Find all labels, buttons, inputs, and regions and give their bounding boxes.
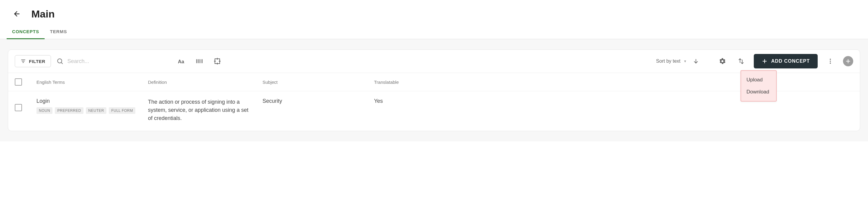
svg-point-25 bbox=[830, 63, 831, 64]
view-tools: Aa bbox=[175, 55, 223, 67]
import-export-menu: Upload Download bbox=[741, 70, 777, 101]
subject-text: Security bbox=[262, 98, 374, 104]
tag: NOUN bbox=[36, 107, 53, 114]
sort-label: Sort by text bbox=[656, 58, 681, 64]
tab-terms[interactable]: TERMS bbox=[50, 25, 67, 39]
select-all-checkbox[interactable] bbox=[15, 79, 22, 86]
search-input[interactable] bbox=[67, 58, 158, 64]
sort-direction-button[interactable] bbox=[690, 55, 702, 67]
barcode-icon bbox=[195, 57, 203, 65]
svg-rect-1 bbox=[21, 60, 25, 60]
svg-rect-10 bbox=[200, 59, 200, 63]
svg-rect-7 bbox=[196, 59, 197, 63]
more-button[interactable] bbox=[824, 55, 836, 67]
plus-icon bbox=[845, 58, 851, 64]
svg-rect-3 bbox=[23, 62, 24, 63]
svg-point-23 bbox=[830, 59, 831, 60]
row-checkbox[interactable] bbox=[15, 104, 22, 111]
text-case-icon: Aa bbox=[177, 57, 185, 65]
svg-text:Aa: Aa bbox=[178, 59, 185, 64]
tag: FULL FORM bbox=[109, 107, 135, 114]
sort-dropdown[interactable]: Sort by text ▼ bbox=[656, 55, 702, 67]
add-concept-button[interactable]: ADD CONCEPT bbox=[754, 54, 818, 68]
filter-icon bbox=[21, 58, 26, 64]
barcode-button[interactable] bbox=[193, 55, 205, 67]
filter-label: FILTER bbox=[29, 59, 45, 64]
translatable-text: Yes bbox=[374, 98, 853, 104]
arrow-down-icon bbox=[692, 58, 699, 64]
search-icon bbox=[56, 58, 64, 65]
tag: PREFERRED bbox=[55, 107, 84, 114]
search-field[interactable] bbox=[56, 58, 158, 65]
tag: NEUTER bbox=[86, 107, 106, 114]
text-case-button[interactable]: Aa bbox=[175, 55, 187, 67]
content-area: FILTER Aa Sort by text ▼ bbox=[0, 39, 868, 141]
header: Main bbox=[0, 0, 868, 25]
svg-rect-2 bbox=[22, 61, 25, 61]
menu-item-download[interactable]: Download bbox=[741, 86, 776, 98]
settings-button[interactable] bbox=[716, 55, 728, 67]
gear-icon bbox=[719, 58, 726, 65]
definition-text: The action or process of signing into a … bbox=[148, 98, 250, 122]
plus-icon bbox=[762, 58, 768, 64]
column-header-terms[interactable]: English Terms bbox=[36, 80, 148, 85]
chevron-down-icon: ▼ bbox=[684, 59, 687, 63]
menu-item-upload[interactable]: Upload bbox=[741, 74, 776, 86]
svg-rect-9 bbox=[198, 59, 199, 63]
svg-line-5 bbox=[61, 63, 63, 64]
right-tools: Upload Download ADD CONCEPT bbox=[716, 54, 853, 68]
svg-point-4 bbox=[58, 59, 62, 63]
term-tags: NOUN PREFERRED NEUTER FULL FORM bbox=[36, 107, 148, 114]
tab-concepts[interactable]: CONCEPTS bbox=[12, 25, 39, 39]
concepts-card: FILTER Aa Sort by text ▼ bbox=[8, 50, 860, 131]
term-name: Login bbox=[36, 98, 148, 104]
column-header-subject[interactable]: Subject bbox=[262, 80, 374, 85]
import-export-icon bbox=[738, 58, 744, 64]
svg-rect-12 bbox=[202, 59, 203, 63]
column-header-definition[interactable]: Definition bbox=[148, 80, 262, 85]
svg-rect-8 bbox=[198, 59, 198, 63]
add-fab-button[interactable] bbox=[843, 56, 853, 66]
svg-point-24 bbox=[830, 61, 831, 62]
more-vertical-icon bbox=[827, 58, 834, 64]
column-header-translatable[interactable]: Translatable bbox=[374, 80, 853, 85]
add-concept-label: ADD CONCEPT bbox=[771, 58, 810, 64]
table-row[interactable]: Login NOUN PREFERRED NEUTER FULL FORM Th… bbox=[8, 91, 860, 131]
frame-icon bbox=[214, 58, 221, 65]
table-header: English Terms Definition Subject Transla… bbox=[8, 73, 860, 91]
frame-button[interactable] bbox=[211, 55, 223, 67]
back-button[interactable] bbox=[11, 8, 23, 20]
page-title: Main bbox=[31, 8, 55, 20]
tabs: CONCEPTS TERMS bbox=[0, 25, 868, 39]
import-export-button[interactable] bbox=[735, 55, 747, 67]
arrow-left-icon bbox=[13, 10, 21, 18]
filter-button[interactable]: FILTER bbox=[15, 55, 51, 67]
toolbar: FILTER Aa Sort by text ▼ bbox=[8, 50, 860, 73]
